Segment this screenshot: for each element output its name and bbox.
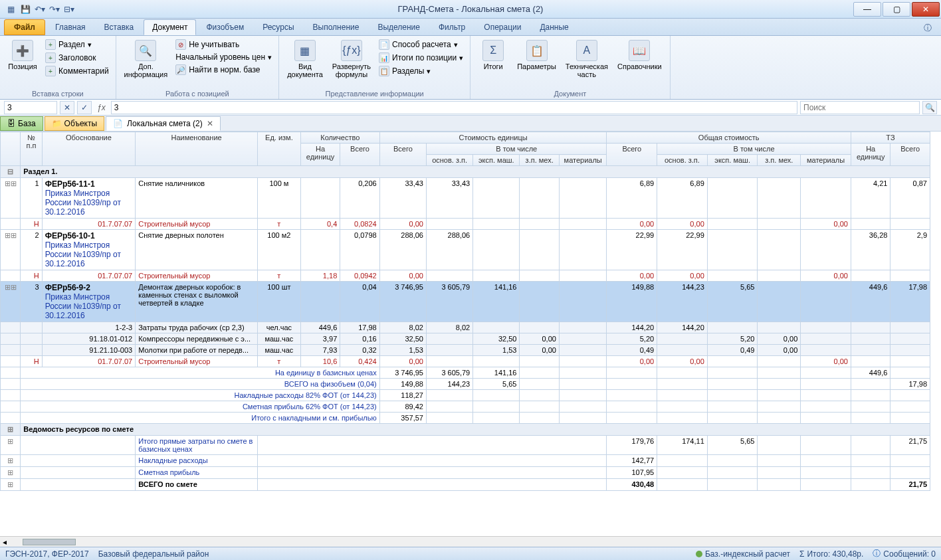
clipboard-icon: 📋 — [526, 40, 548, 61]
formula-bar: ✕ ✓ ƒx 🔍 — [0, 100, 941, 116]
vid-dokumenta-button[interactable]: ▦ Вид документа — [284, 39, 326, 80]
qat-more-icon[interactable]: ⊟▾ — [64, 4, 74, 15]
undo-icon[interactable]: ↶▾ — [35, 4, 45, 15]
kommentariy-button[interactable]: +Комментарий — [44, 65, 110, 77]
ne-uchityvat-button[interactable]: ⊘Не учитывать — [174, 39, 273, 50]
objects-button[interactable]: 📁Объекты — [45, 116, 105, 131]
razdely-button[interactable]: 📋Разделы ▾ — [377, 65, 465, 77]
help-icon[interactable]: ⓘ — [918, 21, 937, 35]
tab-vstavka[interactable]: Вставка — [96, 19, 143, 35]
tab-glavnaya[interactable]: Главная — [47, 19, 94, 35]
spravochniki-button[interactable]: 📖 Справочники — [615, 39, 665, 72]
accept-icon[interactable]: ✓ — [77, 101, 92, 114]
razvernut-button[interactable]: {ƒx} Развернуть формулы — [330, 39, 373, 80]
book-icon: 📖 — [629, 40, 650, 61]
tab-filter[interactable]: Фильтр — [430, 19, 474, 35]
plus-icon: ➕ — [12, 40, 33, 61]
ribbon-tabs: Файл Главная Вставка Документ Физобъем Р… — [0, 19, 941, 36]
zagolovok-button[interactable]: +Заголовок — [44, 52, 110, 64]
magnifier-icon: 🔍 — [135, 40, 156, 61]
tab-operatsii[interactable]: Операции — [475, 19, 530, 35]
tab-strip: 🗄База 📁Объекты 📄 Локальная смета (2) ✕ — [0, 116, 941, 132]
find-norm-button[interactable]: 🔎Найти в норм. базе — [174, 64, 273, 76]
save-icon[interactable]: 💾 — [20, 4, 31, 15]
nach-uroven-button[interactable]: Начальный уровень цен ▾ — [174, 52, 273, 62]
document-tab[interactable]: 📄 Локальная смета (2) ✕ — [106, 116, 221, 131]
redo-icon[interactable]: ↷▾ — [49, 4, 60, 15]
tab-fizobem[interactable]: Физобъем — [197, 19, 253, 35]
minimize-button[interactable]: — — [853, 2, 881, 17]
fx-icon: {ƒx} — [341, 40, 362, 61]
formula-input[interactable] — [111, 101, 797, 114]
position-button[interactable]: ➕ Позиция — [5, 39, 40, 72]
tab-vydelenie[interactable]: Выделение — [369, 19, 429, 35]
titlebar: ▦ 💾 ↶▾ ↷▾ ⊟▾ ГРАНД-Смета - Локальная сме… — [0, 0, 941, 19]
window-title: ГРАНД-Смета - Локальная смета (2) — [398, 4, 544, 14]
doc-icon: 📄 — [113, 119, 123, 128]
grid-icon: ▦ — [294, 40, 316, 61]
tab-resursy[interactable]: Ресурсы — [254, 19, 302, 35]
dop-info-button[interactable]: 🔍 Доп. информация — [122, 39, 171, 80]
app-icon: ▦ — [5, 4, 16, 15]
maximize-button[interactable]: ▢ — [883, 2, 910, 17]
search-icon[interactable]: 🔍 — [922, 101, 937, 114]
fx-label: ƒx — [94, 103, 108, 112]
db-icon: 🗄 — [7, 119, 15, 128]
baza-button[interactable]: 🗄База — [0, 116, 43, 131]
close-button[interactable]: ✕ — [912, 2, 940, 17]
close-tab-icon[interactable]: ✕ — [207, 119, 213, 128]
search-input[interactable] — [800, 101, 920, 114]
text-icon: A — [576, 40, 597, 61]
ribbon: ➕ Позиция +Раздел ▾ +Заголовок +Коммента… — [0, 36, 941, 100]
name-box[interactable] — [4, 101, 57, 114]
cancel-icon[interactable]: ✕ — [60, 101, 74, 114]
itogi-button[interactable]: Σ Итоги — [476, 39, 510, 72]
tab-dokument[interactable]: Документ — [144, 19, 196, 35]
razdel-button[interactable]: +Раздел ▾ — [44, 39, 110, 50]
sigma-icon: Σ — [482, 40, 504, 61]
tab-vypolnenie[interactable]: Выполнение — [304, 19, 368, 35]
folder-icon: 📁 — [52, 119, 62, 128]
tab-dannye[interactable]: Данные — [531, 19, 577, 35]
file-tab[interactable]: Файл — [4, 19, 45, 35]
itogi-po-pozitsii-button[interactable]: 📊Итоги по позиции ▾ — [377, 52, 465, 64]
tech-chast-button[interactable]: A Техническая часть — [563, 39, 611, 80]
sposob-rascheta-button[interactable]: 📄Способ расчета ▾ — [377, 39, 465, 50]
parametry-button[interactable]: 📋 Параметры — [514, 39, 559, 72]
